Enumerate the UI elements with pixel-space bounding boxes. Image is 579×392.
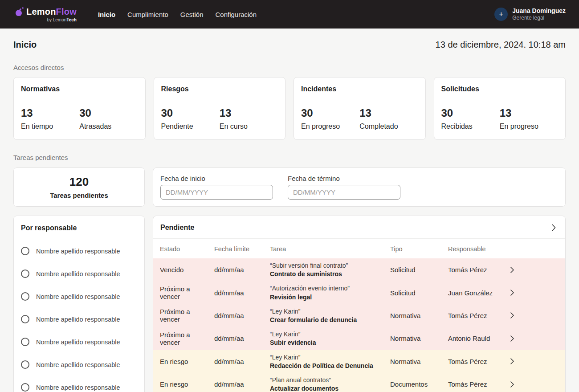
responsible-option[interactable]: Nombre apellido responsable — [21, 353, 137, 376]
task-name: Revisión legal — [270, 293, 385, 301]
stat-value: 13 — [500, 107, 558, 119]
radio-button-icon[interactable] — [21, 247, 29, 255]
responsible-option[interactable]: Nombre apellido responsable — [21, 285, 137, 308]
task-row[interactable]: Próximo a vencer dd/mm/aa “Ley Karin” Cr… — [153, 304, 565, 327]
shortcut-card[interactable]: Normativas 13 En tiempo 30 Atrasadas — [13, 77, 146, 140]
stat-block: 13 En tiempo — [21, 107, 79, 131]
stat-label: Completado — [359, 122, 418, 131]
task-reference: “Ley Karin” — [270, 307, 385, 315]
stat-block: 30 En progreso — [301, 107, 359, 131]
responsible-option[interactable]: Nombre apellido responsable — [21, 240, 137, 262]
nav-item[interactable]: Gestión — [180, 11, 204, 18]
task-row[interactable]: Próximo a vencer dd/mm/aa “Ley Karin” Su… — [153, 327, 565, 350]
stat-value: 13 — [220, 107, 278, 119]
task-row[interactable]: En riesgo dd/mm/aa “Plan anual contratos… — [153, 373, 565, 392]
task-responsable: Juan González — [448, 289, 510, 297]
stat-label: En progreso — [500, 122, 558, 131]
main-nav-menu: Inicio Cumplimiento Gestión Configuració… — [98, 11, 257, 18]
chevron-right-icon[interactable] — [510, 267, 528, 273]
responsible-option[interactable]: Nombre apellido responsable — [21, 308, 137, 331]
responsible-option-label: Nombre apellido responsable — [36, 316, 120, 323]
task-row[interactable]: En riesgo dd/mm/aa “Ley Karin” Redacción… — [153, 350, 565, 373]
chevron-right-icon[interactable] — [510, 358, 528, 364]
radio-button-icon[interactable] — [21, 383, 29, 392]
pending-table-title: Pendiente — [160, 224, 194, 232]
task-fecha-limite: dd/mm/aa — [214, 289, 270, 297]
responsible-option-label: Nombre apellido responsable — [36, 361, 120, 368]
stat-block: 30 Pendiente — [161, 107, 220, 131]
date-filter-card: Fecha de inicio Fecha de término — [153, 167, 566, 207]
stat-label: Pendiente — [161, 122, 220, 131]
lemonflow-logo[interactable]: LemonFlow by LemonTech — [16, 7, 77, 22]
nav-item[interactable]: Cumplimiento — [127, 11, 168, 18]
task-fecha-limite: dd/mm/aa — [214, 358, 270, 365]
stat-value: 13 — [359, 107, 418, 119]
brand-name: LemonFlow — [26, 7, 77, 17]
radio-button-icon[interactable] — [21, 292, 29, 301]
pending-tasks-label: Tareas pendientes — [50, 192, 108, 199]
responsible-option[interactable]: Nombre apellido responsable — [21, 331, 137, 353]
col-tarea: Tarea — [270, 245, 390, 253]
shortcut-card[interactable]: Solicitudes 30 Recibidas 13 En progreso — [434, 77, 566, 140]
responsible-option[interactable]: Nombre apellido responsable — [21, 262, 137, 285]
task-reference: “Ley Karin” — [270, 330, 385, 338]
chevron-right-icon[interactable] — [552, 224, 556, 231]
chevron-right-icon[interactable] — [510, 335, 528, 342]
tasks-summary-row: 120 Tareas pendientes Fecha de inicio Fe… — [13, 167, 566, 207]
stat-label: Recibidas — [441, 122, 500, 131]
col-responsable: Responsable — [448, 245, 510, 253]
chevron-right-icon[interactable] — [510, 290, 528, 296]
radio-button-icon[interactable] — [21, 360, 29, 369]
task-reference: “Plan anual contratos” — [270, 376, 385, 384]
end-date-input[interactable] — [288, 185, 400, 200]
tasks-section-label: Tareas pendientes — [13, 154, 566, 161]
task-responsable: Tomás Pérez — [448, 266, 510, 274]
task-fecha-limite: dd/mm/aa — [214, 312, 270, 319]
task-tarea: “Ley Karin” Subir evidencia — [270, 327, 390, 350]
user-menu[interactable]: + Juana Dominguez Gerente legal — [494, 7, 566, 21]
shortcut-card[interactable]: Riesgos 30 Pendiente 13 En curso — [154, 77, 286, 140]
table-body: Vencido dd/mm/aa “Subir versión final co… — [153, 258, 565, 392]
radio-button-icon[interactable] — [21, 338, 29, 346]
task-responsable: Tomás Pérez — [448, 358, 510, 365]
plus-icon: + — [499, 10, 503, 18]
task-row[interactable]: Próximo a vencer dd/mm/aa “Autorización … — [153, 281, 565, 304]
responsible-filter-card: Por responsable Nombre apellido responsa… — [13, 216, 145, 392]
user-avatar[interactable]: + — [494, 8, 508, 21]
start-date-field-group: Fecha de inicio — [160, 175, 273, 200]
responsible-option[interactable]: Nombre apellido responsable — [21, 376, 137, 392]
end-date-field-group: Fecha de término — [288, 175, 400, 200]
chevron-right-icon[interactable] — [510, 312, 528, 318]
task-estado: Próximo a vencer — [160, 331, 214, 346]
shortcut-card[interactable]: Incidentes 30 En progreso 13 Completado — [294, 77, 426, 140]
task-tarea: “Plan anual contratos” Actualizar docume… — [270, 373, 390, 392]
task-tarea: “Subir versión final contrato” Contrato … — [270, 258, 390, 281]
task-tipo: Documentos — [390, 380, 448, 388]
nav-item[interactable]: Configuración — [216, 11, 257, 18]
radio-button-icon[interactable] — [21, 270, 29, 278]
chevron-right-icon[interactable] — [510, 381, 528, 388]
pending-table-header[interactable]: Pendiente — [153, 216, 565, 239]
stat-label: Atrasadas — [79, 122, 138, 131]
stat-block: 30 Atrasadas — [79, 107, 138, 131]
user-name: Juana Dominguez — [512, 7, 566, 15]
task-name: Subir evidencia — [270, 339, 385, 347]
stat-value: 30 — [161, 107, 220, 119]
task-tarea: “Autorización evento interno” Revisión l… — [270, 281, 390, 304]
stat-value: 30 — [441, 107, 500, 119]
task-estado: Próximo a vencer — [160, 308, 214, 323]
pending-tasks-summary-card: 120 Tareas pendientes — [13, 167, 145, 207]
stat-block: 13 Completado — [359, 107, 418, 131]
task-reference: “Ley Karin” — [270, 353, 385, 361]
start-date-input[interactable] — [160, 185, 273, 200]
task-tipo: Normativa — [390, 335, 448, 342]
nav-item[interactable]: Inicio — [98, 11, 115, 18]
task-reference: “Subir versión final contrato” — [270, 261, 385, 270]
stat-block: 30 Recibidas — [441, 107, 500, 131]
radio-button-icon[interactable] — [21, 315, 29, 323]
task-name: Crear formulario de denuncia — [270, 316, 385, 324]
task-fecha-limite: dd/mm/aa — [214, 335, 270, 342]
responsible-option-label: Nombre apellido responsable — [36, 293, 120, 300]
stat-label: En progreso — [301, 122, 359, 131]
task-row[interactable]: Vencido dd/mm/aa “Subir versión final co… — [153, 258, 565, 281]
